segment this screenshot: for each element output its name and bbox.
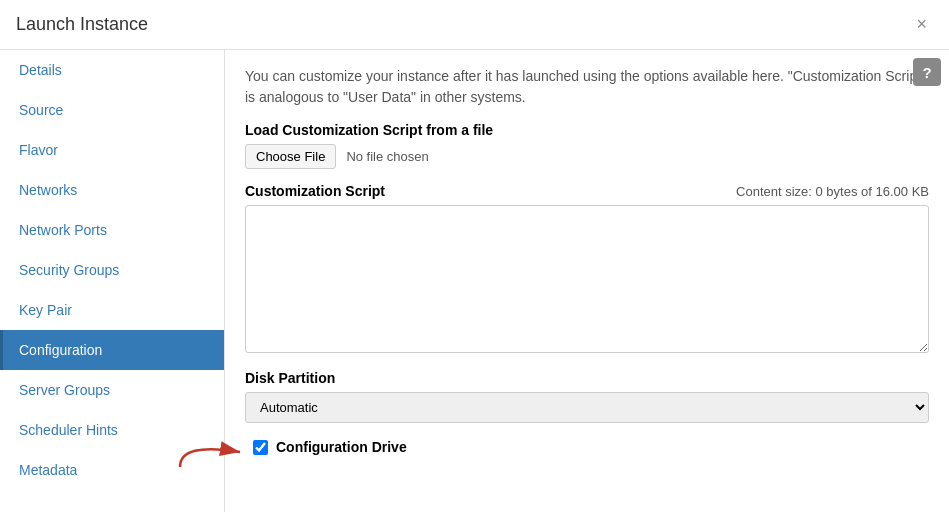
close-button[interactable]: ×	[910, 12, 933, 37]
sidebar-item-source[interactable]: Source	[0, 90, 224, 130]
no-file-text: No file chosen	[346, 149, 428, 164]
sidebar-item-security-groups[interactable]: Security Groups	[0, 250, 224, 290]
sidebar: DetailsSourceFlavorNetworksNetwork Ports…	[0, 50, 225, 512]
sidebar-item-scheduler-hints[interactable]: Scheduler Hints	[0, 410, 224, 450]
config-drive-checkbox[interactable]	[253, 440, 268, 455]
sidebar-item-server-groups[interactable]: Server Groups	[0, 370, 224, 410]
customization-script-label: Customization Script	[245, 183, 385, 199]
launch-instance-modal: Launch Instance × DetailsSourceFlavorNet…	[0, 0, 949, 512]
content-size-text: Content size: 0 bytes of 16.00 KB	[736, 184, 929, 199]
config-drive-label: Configuration Drive	[276, 439, 407, 455]
sidebar-item-metadata[interactable]: Metadata	[0, 450, 224, 490]
choose-file-button[interactable]: Choose File	[245, 144, 336, 169]
description-text: You can customize your instance after it…	[245, 66, 929, 108]
disk-partition-label: Disk Partition	[245, 370, 929, 386]
sidebar-item-configuration[interactable]: Configuration	[0, 330, 224, 370]
modal-header: Launch Instance ×	[0, 0, 949, 50]
sidebar-item-key-pair[interactable]: Key Pair	[0, 290, 224, 330]
modal-body: DetailsSourceFlavorNetworksNetwork Ports…	[0, 50, 949, 512]
file-input-row: Choose File No file chosen	[245, 144, 929, 169]
sidebar-item-flavor[interactable]: Flavor	[0, 130, 224, 170]
config-drive-row: Configuration Drive	[245, 439, 929, 455]
sidebar-item-network-ports[interactable]: Network Ports	[0, 210, 224, 250]
help-button[interactable]: ?	[913, 58, 941, 86]
sidebar-item-details[interactable]: Details	[0, 50, 224, 90]
modal-title: Launch Instance	[16, 14, 148, 35]
sidebar-item-networks[interactable]: Networks	[0, 170, 224, 210]
main-content: ? You can customize your instance after …	[225, 50, 949, 512]
disk-partition-select[interactable]: AutomaticManualNone	[245, 392, 929, 423]
script-header: Customization Script Content size: 0 byt…	[245, 183, 929, 199]
customization-script-textarea[interactable]	[245, 205, 929, 353]
load-script-label: Load Customization Script from a file	[245, 122, 929, 138]
